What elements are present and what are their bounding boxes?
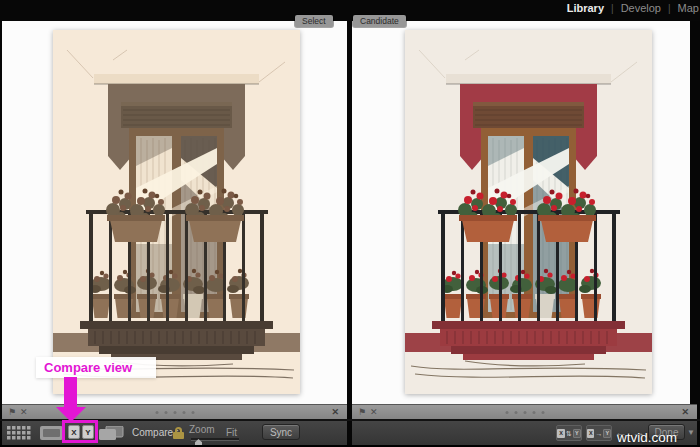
toolbar-options-chevron-icon[interactable]: ▼ bbox=[687, 428, 695, 437]
module-map[interactable]: Map bbox=[678, 2, 699, 14]
survey-icon bbox=[99, 426, 124, 440]
module-picker-bar: Library | Develop | Map bbox=[0, 0, 700, 21]
module-separator: | bbox=[611, 3, 614, 14]
zoom-label: Zoom bbox=[189, 424, 215, 435]
balcony-scene bbox=[405, 30, 652, 394]
annotation-label: Compare view bbox=[36, 357, 156, 378]
swap-select-candidate-button[interactable]: X ⇅ Y bbox=[556, 425, 582, 441]
view-toolbar: X Y Compare : Zoom Fit Sync bbox=[2, 421, 347, 445]
rating-dots[interactable] bbox=[505, 411, 544, 414]
compare-mode-label: Compare : bbox=[132, 427, 179, 438]
right-panel-edge[interactable] bbox=[690, 21, 700, 404]
candidate-label: Candidate bbox=[353, 15, 406, 27]
y-key: Y bbox=[573, 429, 581, 438]
annotation-arrow-shaft bbox=[64, 377, 77, 408]
close-icon[interactable]: ✕ bbox=[681, 405, 689, 420]
flag-icon[interactable]: ⚑ bbox=[358, 405, 366, 420]
left-edge bbox=[0, 21, 2, 447]
flag-icon[interactable]: ⚑ bbox=[8, 405, 16, 420]
lightroom-compare-view: Library | Develop | Map bbox=[0, 0, 700, 447]
module-picker: Library | Develop | Map bbox=[567, 2, 699, 14]
pane-divider bbox=[347, 21, 352, 447]
swap-arrows-icon: ⇅ bbox=[566, 430, 572, 437]
select-label: Select bbox=[295, 15, 333, 27]
reject-flag-icon[interactable]: ✕ bbox=[20, 405, 28, 420]
grid-icon bbox=[7, 426, 31, 440]
make-select-button[interactable]: X → Y bbox=[586, 425, 612, 441]
balcony-scene bbox=[53, 30, 300, 394]
module-separator: | bbox=[668, 3, 671, 14]
lock-icon[interactable] bbox=[173, 427, 184, 439]
sync-button[interactable]: Sync bbox=[262, 424, 300, 440]
y-key: Y bbox=[603, 429, 611, 438]
compare-button-highlight bbox=[62, 420, 98, 443]
close-icon[interactable]: ✕ bbox=[331, 405, 339, 420]
reject-flag-icon[interactable]: ✕ bbox=[370, 405, 378, 420]
loupe-view-button[interactable] bbox=[40, 426, 63, 440]
module-develop[interactable]: Develop bbox=[621, 2, 661, 14]
select-photo-bar: ⚑ ✕ ✕ bbox=[2, 404, 347, 419]
candidate-photo[interactable] bbox=[405, 30, 652, 394]
rating-dots[interactable] bbox=[155, 411, 194, 414]
select-photo[interactable] bbox=[53, 30, 300, 394]
x-key: X bbox=[587, 429, 594, 438]
right-arrow-icon: → bbox=[595, 430, 602, 437]
candidate-photo-bar: ⚑ ✕ ✕ bbox=[352, 404, 697, 419]
module-library[interactable]: Library bbox=[567, 2, 604, 14]
loupe-icon bbox=[40, 426, 63, 440]
watermark: wtvid.com bbox=[617, 430, 677, 445]
fit-label: Fit bbox=[226, 427, 237, 438]
grid-view-button[interactable] bbox=[7, 426, 31, 440]
x-key: X bbox=[557, 429, 565, 438]
survey-view-button[interactable] bbox=[99, 426, 124, 440]
